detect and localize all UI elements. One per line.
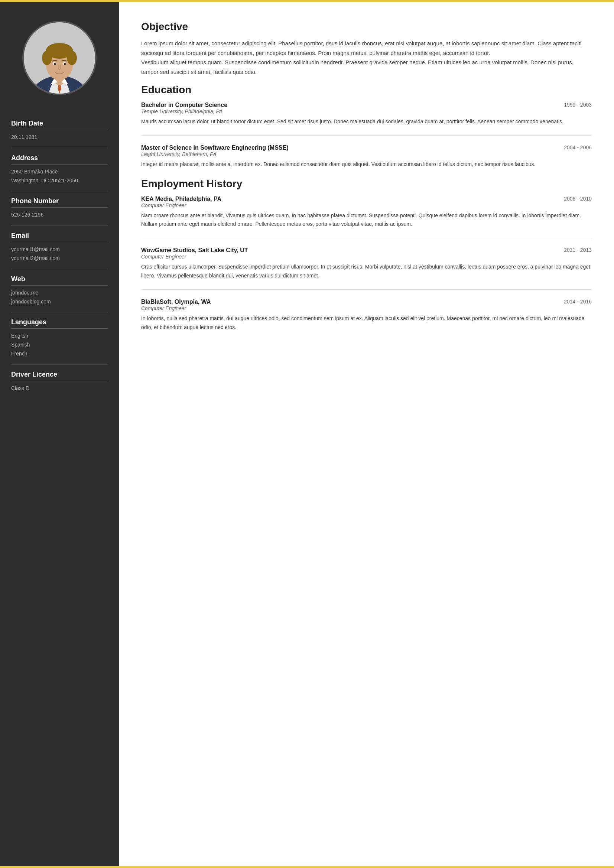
entry-description: Cras efficitur cursus ullamcorper. Suspe… — [141, 263, 592, 281]
entry-dates: 2014 - 2016 — [564, 299, 592, 305]
entry: WowGame Studios, Salt Lake City, UT2011 … — [141, 247, 592, 281]
sidebar-section-content-languages: EnglishSpanishFrench — [11, 332, 108, 358]
avatar — [22, 21, 96, 95]
svg-point-12 — [54, 63, 56, 65]
sidebar-section-content-email: yourmail1@mail.comyourmail2@mail.com — [11, 245, 108, 263]
sidebar-section-content-phone: 525-126-2196 — [11, 211, 108, 220]
sidebar-line: Class D — [11, 384, 108, 393]
sidebar-section-title-email: Email — [11, 232, 108, 242]
sidebar-section-content-birth-date: 20.11.1981 — [11, 133, 108, 142]
sidebar-line: yourmail1@mail.com — [11, 245, 108, 254]
sidebar-section-languages: LanguagesEnglishSpanishFrench — [0, 318, 119, 358]
entry-institution: Temple University, Philadelphia, PA — [141, 108, 592, 115]
entry-title: WowGame Studios, Salt Lake City, UT — [141, 247, 248, 254]
sidebar-section-title-web: Web — [11, 275, 108, 286]
section-title-education: Education — [141, 84, 592, 96]
main-section-employment: Employment HistoryKEA Media, Philadelphi… — [141, 178, 592, 332]
entry-dates: 2004 - 2006 — [564, 144, 592, 150]
entry-description: Mauris accumsan lacus dolor, ut blandit … — [141, 117, 592, 126]
sidebar-section-title-languages: Languages — [11, 318, 108, 329]
sidebar-divider — [11, 148, 108, 148]
main-content: ObjectiveLorem ipsum dolor sit amet, con… — [119, 2, 614, 866]
entry-title: Master of Science in Sowftware Engineeri… — [141, 144, 288, 151]
entry-title: Bachelor in Computer Science — [141, 102, 227, 108]
sidebar-section-content-driver-licence: Class D — [11, 384, 108, 393]
watermark — [56, 843, 63, 851]
sidebar-line: 525-126-2196 — [11, 211, 108, 220]
entry-dates: 2006 - 2010 — [564, 196, 592, 202]
section-body-objective: Lorem ipsum dolor sit amet, consectetur … — [141, 39, 592, 76]
sidebar-section-title-phone: Phone Number — [11, 197, 108, 208]
main-section-education: EducationBachelor in Computer Science199… — [141, 84, 592, 169]
entry-description: In lobortis, nulla sed pharetra mattis, … — [141, 314, 592, 332]
entry-institution: Computer Engineer — [141, 254, 592, 260]
main-section-objective: ObjectiveLorem ipsum dolor sit amet, con… — [141, 21, 592, 76]
entry: KEA Media, Philadelphia, PA2006 - 2010Co… — [141, 196, 592, 229]
sidebar-line: Washington, DC 20521-2050 — [11, 177, 108, 185]
sidebar-section-title-address: Address — [11, 154, 108, 164]
sidebar-section-email: Emailyourmail1@mail.comyourmail2@mail.co… — [0, 232, 119, 263]
entry: Master of Science in Sowftware Engineeri… — [141, 144, 592, 169]
sidebar-section-web: Webjohndoe.mejohndoeblog.com — [0, 275, 119, 307]
entry-header: KEA Media, Philadelphia, PA2006 - 2010 — [141, 196, 592, 202]
sidebar-section-content-web: johndoe.mejohndoeblog.com — [11, 288, 108, 307]
entry-dates: 1999 - 2003 — [564, 102, 592, 108]
sidebar-section-driver-licence: Driver LicenceClass D — [0, 370, 119, 393]
entry-description: Integer id metus placerat, mollis ante a… — [141, 160, 592, 169]
sidebar-divider — [11, 225, 108, 226]
entry-title: BlaBlaSoft, Olympia, WA — [141, 299, 211, 305]
sidebar-section-title-birth-date: Birth Date — [11, 119, 108, 130]
sidebar-line: 2050 Bamako Place — [11, 167, 108, 177]
section-title-objective: Objective — [141, 21, 592, 33]
entry-header: WowGame Studios, Salt Lake City, UT2011 … — [141, 247, 592, 254]
svg-point-8 — [42, 51, 52, 65]
entry-header: Master of Science in Sowftware Engineeri… — [141, 144, 592, 151]
sidebar-section-phone: Phone Number525-126-2196 — [0, 197, 119, 220]
sidebar-line: Spanish — [11, 341, 108, 349]
entry-institution: Computer Engineer — [141, 202, 592, 208]
entry: Bachelor in Computer Science1999 - 2003T… — [141, 102, 592, 126]
entry: BlaBlaSoft, Olympia, WA2014 - 2016Comput… — [141, 299, 592, 332]
resume-container: Birth Date20.11.1981Address2050 Bamako P… — [0, 0, 614, 868]
svg-point-9 — [67, 51, 77, 65]
sidebar-section-birth-date: Birth Date20.11.1981 — [0, 119, 119, 142]
sidebar: Birth Date20.11.1981Address2050 Bamako P… — [0, 2, 119, 866]
sidebar-line: yourmail2@mail.com — [11, 254, 108, 263]
entry-institution: Leight University, Bethlehem, PA — [141, 151, 592, 157]
sidebar-section-address: Address2050 Bamako PlaceWashington, DC 2… — [0, 154, 119, 185]
svg-point-13 — [64, 63, 66, 65]
entry-header: BlaBlaSoft, Olympia, WA2014 - 2016 — [141, 299, 592, 305]
sidebar-line: French — [11, 349, 108, 358]
entry-description: Nam ornare rhoncus ante et blandit. Viva… — [141, 211, 592, 229]
entry-institution: Computer Engineer — [141, 305, 592, 311]
sidebar-divider — [11, 269, 108, 269]
sidebar-line: johndoeblog.com — [11, 298, 108, 307]
entry-title: KEA Media, Philadelphia, PA — [141, 196, 222, 202]
section-title-employment: Employment History — [141, 178, 592, 190]
entry-divider — [141, 289, 592, 290]
sidebar-line: johndoe.me — [11, 288, 108, 298]
sidebar-divider — [11, 364, 108, 365]
sidebar-divider — [11, 312, 108, 312]
sidebar-section-content-address: 2050 Bamako PlaceWashington, DC 20521-20… — [11, 167, 108, 185]
entry-dates: 2011 - 2013 — [564, 247, 592, 253]
sidebar-section-title-driver-licence: Driver Licence — [11, 370, 108, 381]
entry-divider — [141, 135, 592, 136]
sidebar-line: English — [11, 332, 108, 341]
entry-divider — [141, 238, 592, 238]
sidebar-divider — [11, 191, 108, 191]
sidebar-line: 20.11.1981 — [11, 133, 108, 142]
entry-header: Bachelor in Computer Science1999 - 2003 — [141, 102, 592, 108]
